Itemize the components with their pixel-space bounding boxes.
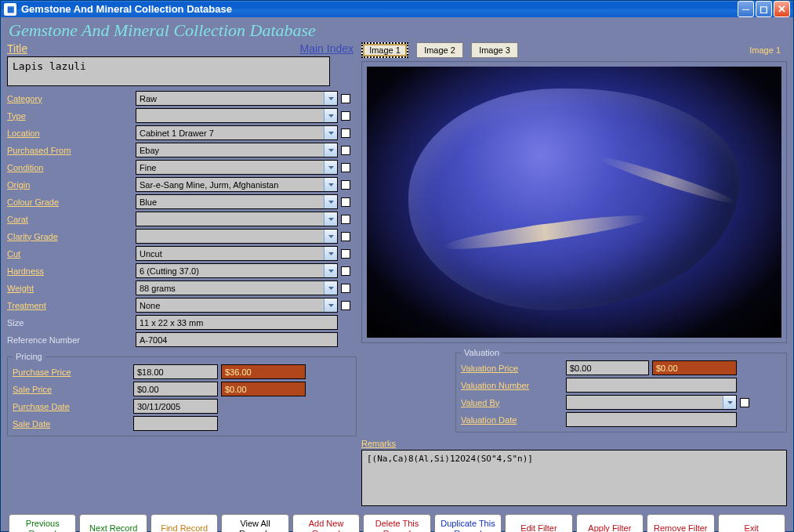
image-tab-1[interactable]: Image 1 (361, 42, 408, 58)
chevron-down-icon[interactable] (324, 230, 337, 243)
remarks-input[interactable] (361, 450, 787, 506)
colour-grade-combo[interactable] (136, 194, 338, 209)
minimize-button[interactable]: ─ (738, 1, 754, 17)
chevron-down-icon[interactable] (324, 126, 337, 139)
purchased-from-check[interactable] (341, 146, 350, 155)
valued-by-check[interactable] (740, 398, 749, 407)
chevron-down-icon[interactable] (324, 109, 337, 122)
colour-grade-label[interactable]: Colour Grade (7, 197, 132, 207)
treatment-combo[interactable] (136, 298, 338, 313)
hardness-combo[interactable] (136, 263, 338, 278)
chevron-down-icon[interactable] (324, 92, 337, 105)
size-input[interactable] (136, 315, 338, 330)
valuation-price-input[interactable] (566, 360, 649, 375)
cut-check[interactable] (341, 249, 350, 259)
hardness-input[interactable] (136, 264, 324, 277)
chevron-down-icon[interactable] (324, 264, 337, 277)
valuation-price-label[interactable]: Valuation Price (461, 364, 563, 373)
carat-check[interactable] (341, 215, 350, 224)
purchase-date-label[interactable]: Purchase Date (13, 402, 130, 411)
weight-label[interactable]: Weight (7, 284, 132, 293)
weight-combo[interactable] (136, 280, 338, 295)
chevron-down-icon[interactable] (324, 161, 337, 174)
colour-grade-check[interactable] (341, 197, 350, 207)
cut-input[interactable] (136, 247, 324, 260)
next-record-button[interactable]: Next Record (79, 514, 147, 532)
chevron-down-icon[interactable] (324, 281, 337, 295)
valued-by-input[interactable] (567, 396, 723, 409)
carat-combo[interactable] (136, 212, 338, 226)
treatment-input[interactable] (136, 299, 324, 312)
hardness-check[interactable] (341, 266, 350, 276)
origin-input[interactable] (136, 178, 324, 191)
valuation-number-label[interactable]: Valuation Number (461, 381, 563, 390)
category-check[interactable] (341, 94, 350, 103)
weight-input[interactable] (136, 281, 324, 295)
carat-label[interactable]: Carat (7, 215, 132, 224)
category-label[interactable]: Category (7, 94, 132, 103)
type-label[interactable]: Type (7, 111, 132, 121)
purchased-from-label[interactable]: Purchased From (7, 146, 132, 155)
location-input[interactable] (136, 126, 324, 139)
hardness-label[interactable]: Hardness (7, 266, 132, 276)
chevron-down-icon[interactable] (324, 299, 337, 312)
remarks-label[interactable]: Remarks (361, 439, 787, 448)
exit-button[interactable]: Exit (718, 514, 785, 532)
chevron-down-icon[interactable] (324, 143, 337, 157)
edit-filter-button[interactable]: Edit Filter (505, 514, 572, 532)
sale-date-input[interactable] (133, 416, 218, 431)
location-label[interactable]: Location (7, 128, 132, 138)
view-all-records-button[interactable]: View All Records (221, 514, 288, 532)
cut-label[interactable]: Cut (7, 249, 132, 259)
category-input[interactable] (136, 92, 324, 105)
delete-this-record-button[interactable]: Delete This Record (363, 514, 430, 532)
purchased-from-input[interactable] (136, 143, 324, 157)
title-label[interactable]: Title (7, 42, 27, 55)
condition-check[interactable] (341, 163, 350, 172)
carat-input[interactable] (136, 212, 324, 226)
title-input[interactable] (7, 56, 330, 86)
sale-price-input[interactable] (133, 382, 218, 396)
close-button[interactable]: ✕ (774, 1, 790, 17)
weight-check[interactable] (341, 284, 350, 293)
duplicate-record-button[interactable]: Duplicate This Record (434, 514, 502, 532)
chevron-down-icon[interactable] (324, 212, 337, 226)
treatment-label[interactable]: Treatment (7, 301, 132, 310)
origin-check[interactable] (341, 180, 350, 190)
location-combo[interactable] (136, 125, 338, 140)
type-input[interactable] (136, 109, 324, 122)
add-new-record-button[interactable]: Add New Record (292, 514, 360, 532)
treatment-check[interactable] (341, 301, 350, 310)
valuation-number-input[interactable] (566, 378, 737, 393)
type-combo[interactable] (136, 108, 338, 123)
purchased-from-combo[interactable] (136, 143, 338, 157)
condition-combo[interactable] (136, 160, 338, 175)
purchase-date-input[interactable] (133, 399, 218, 414)
colour-grade-input[interactable] (136, 195, 324, 208)
condition-input[interactable] (136, 161, 324, 174)
chevron-down-icon[interactable] (723, 396, 736, 409)
location-check[interactable] (341, 128, 350, 138)
find-record-button[interactable]: Find Record (150, 514, 218, 532)
reference-number-input[interactable] (136, 332, 338, 347)
chevron-down-icon[interactable] (324, 247, 337, 260)
image-tab-2[interactable]: Image 2 (416, 42, 463, 58)
apply-filter-button[interactable]: Apply Filter (576, 514, 644, 532)
valued-by-label[interactable]: Valued By (461, 398, 563, 407)
main-index-link[interactable]: Main Index (300, 42, 353, 55)
clarity-grade-input[interactable] (136, 230, 324, 243)
sale-date-label[interactable]: Sale Date (13, 419, 130, 429)
clarity-grade-label[interactable]: Clarity Grade (7, 232, 132, 241)
clarity-grade-check[interactable] (341, 232, 350, 241)
valued-by-combo[interactable] (566, 395, 737, 410)
purchase-price-input[interactable] (133, 364, 218, 379)
sale-price-label[interactable]: Sale Price (13, 385, 130, 394)
category-combo[interactable] (136, 91, 338, 106)
valuation-date-input[interactable] (566, 412, 737, 427)
chevron-down-icon[interactable] (324, 195, 337, 208)
type-check[interactable] (341, 111, 350, 121)
valuation-date-label[interactable]: Valuation Date (461, 415, 563, 425)
remove-filter-button[interactable]: Remove Filter (647, 514, 714, 532)
clarity-grade-combo[interactable] (136, 229, 338, 244)
origin-combo[interactable] (136, 177, 338, 192)
